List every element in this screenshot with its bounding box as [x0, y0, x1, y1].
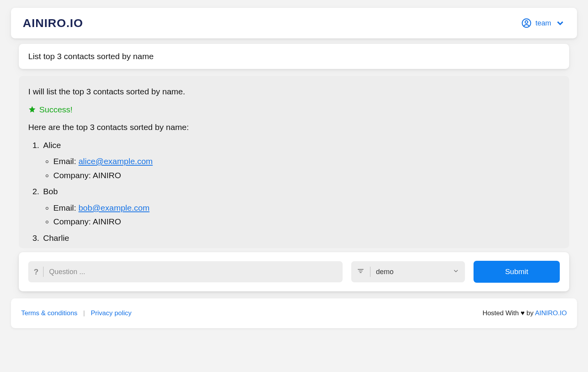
divider: | [83, 309, 85, 317]
contact-name: Alice [43, 141, 61, 150]
privacy-link[interactable]: Privacy policy [91, 309, 132, 317]
footer-hosted: Hosted With ♥ by AINIRO.IO [483, 309, 567, 317]
input-bar: ? demo Submit [19, 252, 569, 291]
contacts-list: Alice Email: alice@example.com Company: … [28, 139, 560, 244]
divider [370, 267, 370, 277]
footer-links: Terms & conditions | Privacy policy [21, 309, 131, 317]
list-item: Charlie [42, 232, 560, 244]
contact-detail: Company: AINIRO [53, 215, 560, 228]
email-link[interactable]: alice@example.com [78, 157, 152, 166]
prompt-card: List top 3 contacts sorted by name [19, 44, 569, 69]
heart-icon: ♥ [521, 309, 524, 317]
success-label: Success! [39, 103, 73, 116]
question-input[interactable] [49, 268, 337, 276]
terms-link[interactable]: Terms & conditions [21, 309, 78, 317]
response-intro: I will list the top 3 contacts sorted by… [28, 85, 560, 98]
prompt-text: List top 3 contacts sorted by name [28, 52, 154, 61]
filter-icon [357, 267, 365, 276]
email-link[interactable]: bob@example.com [78, 203, 149, 212]
chevron-down-icon [555, 18, 565, 28]
chevron-down-icon [452, 267, 459, 276]
hosted-link[interactable]: AINIRO.IO [535, 309, 567, 317]
header: AINIRO.IO team [11, 8, 577, 38]
divider [43, 267, 44, 277]
success-indicator: Success! [28, 103, 560, 116]
svg-point-1 [525, 21, 528, 23]
star-icon [28, 105, 36, 113]
user-icon [521, 18, 532, 28]
question-input-group[interactable]: ? [28, 261, 343, 282]
list-heading: Here are the top 3 contacts sorted by na… [28, 121, 560, 134]
list-item: Bob Email: bob@example.com Company: AINI… [42, 185, 560, 228]
contact-detail: Company: AINIRO [53, 169, 560, 182]
submit-button[interactable]: Submit [474, 261, 560, 283]
logo: AINIRO.IO [23, 16, 83, 30]
question-mark-icon: ? [34, 267, 43, 276]
contact-name: Bob [43, 187, 58, 196]
contact-detail: Email: bob@example.com [53, 202, 560, 214]
contact-detail: Email: alice@example.com [53, 155, 560, 168]
contact-name: Charlie [43, 233, 69, 242]
user-menu[interactable]: team [521, 18, 565, 28]
user-label: team [535, 19, 551, 27]
response-card: I will list the top 3 contacts sorted by… [19, 76, 569, 248]
footer: Terms & conditions | Privacy policy Host… [11, 298, 577, 328]
select-value: demo [376, 268, 452, 276]
model-select[interactable]: demo [351, 261, 465, 282]
list-item: Alice Email: alice@example.com Company: … [42, 139, 560, 182]
